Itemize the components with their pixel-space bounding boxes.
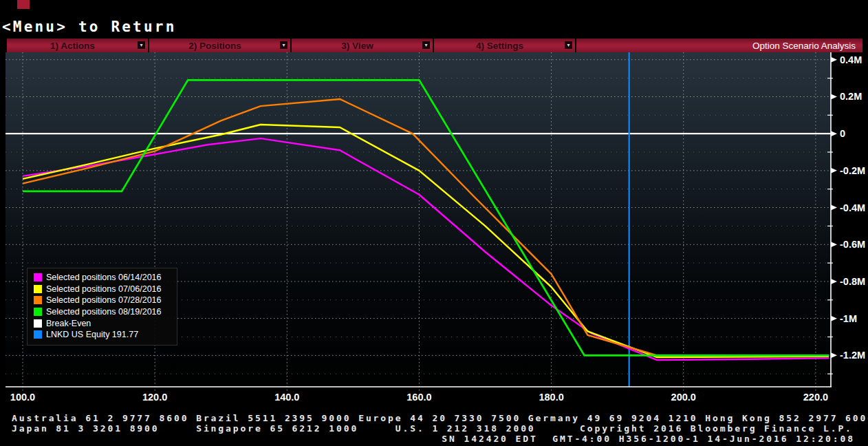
legend-label: LNKD US Equity 191.77 [46,330,138,339]
y-axis-tick-label: -0.4M [840,202,865,213]
legend-row: Selected positions 07/28/2016 [34,295,173,306]
option-scenario-chart: 0.4M0.2M0-0.2M-0.4M-0.6M-0.8M-1M-1.2M100… [0,0,868,446]
y-axis-tick-arrow-icon [831,279,837,284]
legend-swatch-icon [34,273,42,282]
x-axis-tick-label: 180.0 [539,392,563,403]
y-axis-tick-arrow-icon [831,57,837,63]
footer-contacts-line1: Australia 61 2 9777 8600 Brazil 5511 239… [12,414,868,423]
legend-label: Selected positions 07/28/2016 [46,295,162,305]
legend-label: Selected positions 07/06/2016 [46,284,162,294]
y-axis-tick-label: -0.6M [840,239,865,250]
x-axis-tick-label: 200.0 [671,392,696,403]
y-axis-tick-arrow-icon [831,131,837,136]
legend-row: Selected positions 06/14/2016 [34,272,173,284]
legend-swatch-icon [34,308,42,316]
x-axis-tick-label: 100.0 [10,392,35,403]
y-axis-tick-label: -0.2M [840,165,865,176]
legend-label: Break-Even [46,319,91,328]
y-axis-tick-label: 0.4M [840,54,862,65]
y-axis-tick-label: -1.2M [840,350,865,361]
legend-swatch-icon [34,319,42,328]
legend-row: Selected positions 07/06/2016 [34,284,173,295]
legend-row: Selected positions 08/19/2016 [34,306,173,318]
y-axis-tick-label: -1M [840,313,857,324]
x-axis-tick-label: 140.0 [274,392,299,403]
legend-swatch-icon [34,330,42,339]
y-axis-tick-arrow-icon [831,94,837,99]
x-axis-tick-label: 220.0 [803,392,828,403]
y-axis-tick-label: -0.8M [840,276,865,287]
x-axis-tick-label: 160.0 [406,392,431,403]
bloomberg-terminal-screen: <Menu> to Return 1) Actions ▾ 2) Positio… [0,0,868,446]
y-axis-tick-label: 0.2M [840,91,862,102]
y-axis-tick-arrow-icon [831,352,837,358]
footer-session-info: SN 142420 EDT GMT-4:00 H356-1200-1 14-Ju… [442,434,855,443]
legend-label: Selected positions 06/14/2016 [46,273,162,282]
x-axis-tick-label: 120.0 [142,392,167,403]
y-axis-tick-label: 0 [840,128,845,139]
legend-label: Selected positions 08/19/2016 [46,307,162,317]
legend-swatch-icon [34,285,42,293]
legend-row: Break-Even [34,317,173,329]
y-axis-tick-arrow-icon [831,168,837,173]
y-axis-tick-arrow-icon [831,242,837,247]
legend-swatch-icon [34,296,42,304]
y-axis-tick-arrow-icon [831,205,837,211]
chart-legend: Selected positions 06/14/2016Selected po… [27,268,177,346]
footer-contacts-line2: Japan 81 3 3201 8900 Singapore 65 6212 1… [12,424,853,433]
legend-row: LNKD US Equity 191.77 [34,329,173,341]
y-axis-tick-arrow-icon [831,316,837,321]
